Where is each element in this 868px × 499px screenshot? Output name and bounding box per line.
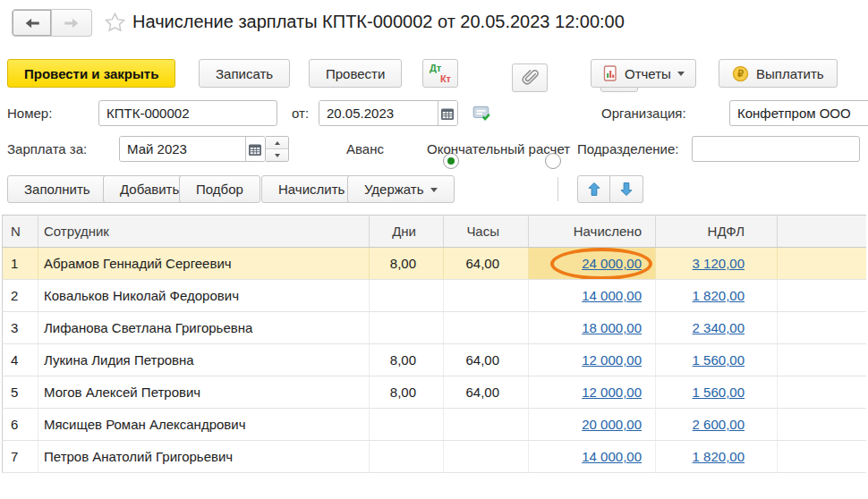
ndfl-value-link[interactable]: 1 560,00 bbox=[693, 385, 745, 400]
empty-cell bbox=[778, 312, 867, 344]
accrued-value-link[interactable]: 12 000,00 bbox=[582, 385, 642, 400]
employee-name-cell: Лукина Лидия Петровна bbox=[38, 344, 370, 376]
accrued-value-link[interactable]: 18 000,00 bbox=[582, 320, 642, 335]
ndfl-cell: 1 820,00 bbox=[656, 441, 778, 473]
number-label: Номер: bbox=[7, 100, 52, 126]
table-row[interactable]: 2 Ковальков Николай Федорович 14 000,00 … bbox=[3, 280, 867, 312]
col-header-hours: Часы bbox=[444, 216, 529, 248]
accrue-label: Начислить bbox=[278, 182, 345, 197]
favorite-star-icon[interactable] bbox=[103, 11, 127, 38]
calendar-icon bbox=[248, 142, 262, 156]
reports-label: Отчеты bbox=[625, 66, 671, 81]
empty-cell bbox=[778, 376, 867, 409]
pick-button[interactable]: Подбор bbox=[179, 175, 260, 203]
accrued-value-link[interactable]: 12 000,00 bbox=[582, 352, 642, 368]
show-postings-button[interactable]: Дт Кт bbox=[422, 59, 458, 88]
col-header-empty bbox=[778, 216, 867, 248]
row-number-cell: 6 bbox=[3, 409, 38, 441]
salary-period-field bbox=[119, 136, 266, 162]
move-down-button[interactable] bbox=[610, 175, 643, 203]
employee-name-cell: Абрамов Геннадий Сергеевич bbox=[38, 248, 370, 280]
withhold-menu-button[interactable]: Удержать bbox=[347, 175, 455, 203]
spinner-down-button[interactable] bbox=[266, 149, 288, 161]
fill-button[interactable]: Заполнить bbox=[7, 175, 107, 203]
table-row[interactable]: 7 Петров Анатолий Григорьевич 14 000,00 … bbox=[3, 441, 867, 473]
reports-button[interactable]: Отчеты bbox=[591, 59, 696, 88]
table-row[interactable]: 3 Лифанова Светлана Григорьевна 18 000,0… bbox=[3, 312, 867, 344]
svg-text:₽: ₽ bbox=[737, 68, 744, 79]
ndfl-value-link[interactable]: 1 560,00 bbox=[693, 352, 745, 368]
row-number-cell: 3 bbox=[3, 312, 38, 344]
ndfl-value-link[interactable]: 1 820,00 bbox=[693, 288, 745, 303]
toolbar-separator bbox=[557, 177, 558, 201]
table-header-row: N Сотрудник Дни Часы Начислено НДФЛ bbox=[3, 216, 867, 248]
employee-name-cell: Могов Алексей Петрович bbox=[38, 376, 370, 409]
accrued-cell: 18 000,00 bbox=[529, 312, 656, 344]
ndfl-value-link[interactable]: 2 340,00 bbox=[693, 320, 745, 335]
row-number-cell: 5 bbox=[3, 376, 38, 409]
employee-name-cell: Мясищев Роман Александрович bbox=[38, 409, 370, 441]
accrued-value-link[interactable]: 20 000,00 bbox=[582, 417, 642, 432]
empty-cell bbox=[778, 344, 867, 376]
period-calendar-button[interactable] bbox=[245, 137, 265, 161]
forward-button[interactable] bbox=[52, 9, 92, 37]
table-row[interactable]: 4 Лукина Лидия Петровна 8,00 64,00 12 00… bbox=[3, 344, 867, 376]
hours-cell: 64,00 bbox=[444, 376, 529, 409]
table-row[interactable]: 6 Мясищев Роман Александрович 20 000,00 … bbox=[3, 409, 867, 441]
withhold-label: Удержать bbox=[364, 182, 424, 197]
move-up-button[interactable] bbox=[577, 175, 610, 203]
col-header-ndfl: НДФЛ bbox=[656, 216, 778, 248]
date-input[interactable] bbox=[319, 101, 438, 125]
advance-label[interactable]: Аванс bbox=[346, 136, 384, 162]
back-button[interactable] bbox=[12, 9, 52, 37]
ndfl-cell: 1 560,00 bbox=[656, 376, 778, 409]
employees-table: N Сотрудник Дни Часы Начислено НДФЛ 1 Аб… bbox=[2, 215, 866, 473]
row-number-cell: 4 bbox=[3, 344, 38, 376]
ndfl-value-link[interactable]: 3 120,00 bbox=[693, 256, 745, 271]
table-row[interactable]: 5 Могов Алексей Петрович 8,00 64,00 12 0… bbox=[3, 376, 867, 409]
ndfl-cell: 2 340,00 bbox=[656, 312, 778, 344]
calendar-icon bbox=[440, 106, 455, 121]
employee-name-cell: Лифанова Светлана Григорьевна bbox=[38, 312, 370, 344]
days-cell: 8,00 bbox=[370, 344, 444, 376]
table-row[interactable]: 1 Абрамов Геннадий Сергеевич 8,00 64,00 … bbox=[3, 248, 867, 280]
write-button[interactable]: Записать bbox=[199, 59, 290, 88]
pay-button[interactable]: ₽ Выплатить bbox=[719, 59, 838, 88]
hours-cell bbox=[444, 441, 529, 473]
blue-down-arrow-icon bbox=[619, 182, 634, 197]
accrued-value-link[interactable]: 24 000,00 bbox=[582, 256, 642, 271]
department-input[interactable] bbox=[692, 136, 860, 162]
days-cell: 8,00 bbox=[370, 376, 444, 409]
ndfl-cell: 1 820,00 bbox=[656, 280, 778, 312]
dropdown-caret-icon bbox=[677, 72, 685, 80]
forward-arrow-icon bbox=[63, 14, 81, 32]
posted-mark-icon[interactable] bbox=[472, 103, 491, 125]
final-settlement-label[interactable]: Окончательный расчет bbox=[427, 136, 570, 162]
hours-cell: 64,00 bbox=[444, 344, 529, 376]
hours-cell bbox=[444, 312, 529, 344]
ruble-coin-icon: ₽ bbox=[732, 65, 749, 82]
post-and-close-button[interactable]: Провести и закрыть bbox=[7, 59, 175, 88]
organization-input[interactable] bbox=[729, 100, 868, 126]
empty-cell bbox=[778, 248, 867, 280]
accrued-value-link[interactable]: 14 000,00 bbox=[582, 288, 642, 303]
col-header-accrued: Начислено bbox=[529, 216, 656, 248]
pay-label: Выплатить bbox=[756, 66, 824, 81]
employee-name-cell: Петров Анатолий Григорьевич bbox=[38, 441, 370, 473]
kt-icon: Кт bbox=[440, 73, 451, 84]
blue-up-arrow-icon bbox=[587, 182, 601, 197]
paperclip-icon bbox=[521, 68, 540, 87]
attachments-button[interactable] bbox=[512, 63, 548, 92]
date-label: от: bbox=[292, 100, 309, 126]
accrued-value-link[interactable]: 14 000,00 bbox=[582, 449, 642, 464]
salary-period-input[interactable] bbox=[120, 137, 245, 161]
ndfl-value-link[interactable]: 2 600,00 bbox=[693, 417, 745, 432]
post-button[interactable]: Провести bbox=[309, 59, 402, 88]
ndfl-value-link[interactable]: 1 820,00 bbox=[693, 449, 745, 464]
spinner-up-button[interactable] bbox=[266, 137, 288, 149]
accrued-cell: 12 000,00 bbox=[529, 376, 656, 409]
number-input[interactable] bbox=[98, 100, 277, 126]
dt-icon: Дт bbox=[430, 63, 441, 73]
col-header-employee: Сотрудник bbox=[38, 216, 370, 248]
date-calendar-button[interactable] bbox=[438, 101, 457, 125]
